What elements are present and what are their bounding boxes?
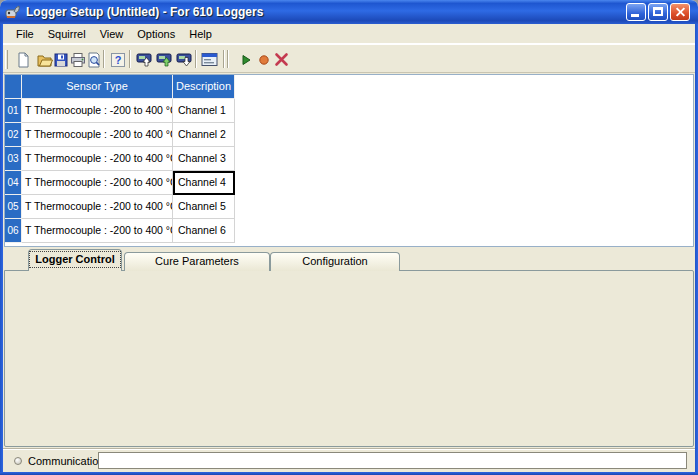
sensor-type-cell[interactable]: T Thermocouple : -200 to 400 °C	[22, 195, 173, 219]
svg-text:?: ?	[114, 54, 121, 66]
menu-help[interactable]: Help	[182, 26, 219, 42]
tab-configuration[interactable]: Configuration	[270, 252, 400, 271]
description-cell[interactable]: Channel 1	[173, 99, 235, 123]
sync-logger-button[interactable]	[154, 49, 175, 70]
header-sensor-type: Sensor Type	[22, 75, 173, 99]
tab-label: Cure Parameters	[155, 255, 239, 267]
status-communication-label: Communication	[28, 454, 104, 468]
tab-logger-control[interactable]: Logger Control	[28, 249, 122, 271]
menu-options[interactable]: Options	[130, 26, 182, 42]
row-number[interactable]: 04	[5, 171, 22, 195]
menu-bar: File Squirrel View Options Help	[3, 24, 695, 44]
status-bar: Communication	[3, 448, 695, 472]
row-number[interactable]: 05	[5, 195, 22, 219]
print-preview-icon	[86, 52, 102, 68]
read-setup-from-logger-button[interactable]	[174, 49, 195, 70]
cancel-button[interactable]	[271, 49, 292, 70]
maximize-button[interactable]	[648, 3, 668, 21]
new-document-button[interactable]	[12, 49, 33, 70]
channel-table: Sensor Type Description 01 T Thermocoupl…	[5, 75, 235, 243]
close-button[interactable]	[670, 3, 690, 21]
sensor-type-cell[interactable]: T Thermocouple : -200 to 400 °C	[22, 219, 173, 243]
description-cell[interactable]: Channel 6	[173, 219, 235, 243]
table-row: 02 T Thermocouple : -200 to 400 °C Chann…	[5, 123, 235, 147]
description-cell-selected[interactable]: Channel 4	[173, 171, 235, 195]
sensor-type-cell[interactable]: T Thermocouple : -200 to 400 °C	[22, 171, 173, 195]
sensor-type-cell[interactable]: T Thermocouple : -200 to 400 °C	[22, 99, 173, 123]
table-row: 05 T Thermocouple : -200 to 400 °C Chann…	[5, 195, 235, 219]
status-message-field	[98, 452, 687, 469]
sync-logger-icon	[156, 52, 173, 68]
sensor-type-cell[interactable]: T Thermocouple : -200 to 400 °C	[22, 123, 173, 147]
help-button[interactable]: ?	[107, 49, 128, 70]
menu-view[interactable]: View	[93, 26, 131, 42]
logger-setup-window: Logger Setup (Untitled) - For 610 Logger…	[0, 0, 698, 475]
send-setup-to-logger-button[interactable]	[134, 49, 155, 70]
new-document-icon	[15, 52, 31, 68]
minimize-button[interactable]	[626, 3, 646, 21]
header-corner-cell	[5, 75, 22, 99]
record-icon	[258, 54, 270, 66]
toolbar-separator	[223, 50, 225, 68]
row-number[interactable]: 02	[5, 123, 22, 147]
tab-label: Configuration	[302, 255, 367, 267]
title-bar: Logger Setup (Untitled) - For 610 Logger…	[0, 0, 698, 24]
header-description: Description	[173, 75, 235, 99]
description-cell[interactable]: Channel 2	[173, 123, 235, 147]
window-title: Logger Setup (Untitled) - For 610 Logger…	[26, 5, 263, 19]
cancel-icon	[274, 52, 289, 67]
menu-squirrel[interactable]: Squirrel	[41, 26, 93, 42]
table-header-row: Sensor Type Description	[5, 75, 235, 99]
app-icon	[5, 4, 21, 20]
row-number[interactable]: 06	[5, 219, 22, 243]
tab-label: Logger Control	[30, 252, 119, 267]
toolbar-separator	[103, 50, 105, 68]
logger-display-button[interactable]	[199, 49, 220, 70]
start-logging-icon	[240, 54, 252, 66]
print-preview-button[interactable]	[83, 49, 104, 70]
toolbar-separator	[227, 50, 229, 68]
send-setup-to-logger-icon	[136, 52, 153, 68]
communication-led-icon	[14, 457, 22, 465]
toolbar: ?	[3, 44, 695, 73]
table-row: 04 T Thermocouple : -200 to 400 °C Chann…	[5, 171, 235, 195]
logger-control-tab-page	[4, 270, 694, 447]
read-setup-from-logger-icon	[176, 52, 193, 68]
description-cell[interactable]: Channel 3	[173, 147, 235, 171]
window-frame-left	[0, 24, 3, 475]
description-cell[interactable]: Channel 5	[173, 195, 235, 219]
table-row: 01 T Thermocouple : -200 to 400 °C Chann…	[5, 99, 235, 123]
sensor-type-cell[interactable]: T Thermocouple : -200 to 400 °C	[22, 147, 173, 171]
row-number[interactable]: 01	[5, 99, 22, 123]
row-number[interactable]: 03	[5, 147, 22, 171]
help-icon: ?	[110, 52, 126, 68]
menu-file[interactable]: File	[9, 26, 41, 42]
table-row: 06 T Thermocouple : -200 to 400 °C Chann…	[5, 219, 235, 243]
toolbar-separator	[129, 50, 131, 68]
tab-cure-parameters[interactable]: Cure Parameters	[124, 252, 270, 271]
toolbar-grip	[5, 50, 8, 69]
logger-display-icon	[201, 52, 218, 67]
toolbar-separator	[195, 50, 197, 68]
table-row: 03 T Thermocouple : -200 to 400 °C Chann…	[5, 147, 235, 171]
